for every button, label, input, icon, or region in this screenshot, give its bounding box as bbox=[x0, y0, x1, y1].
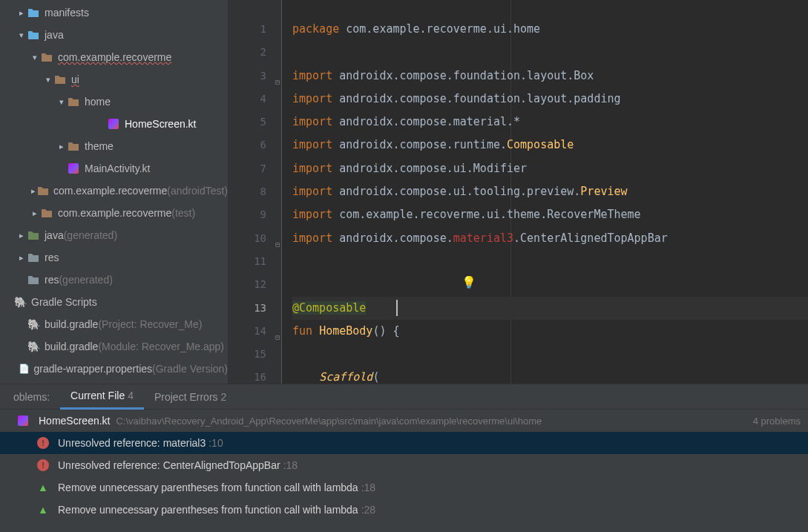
error-icon: ! bbox=[37, 459, 49, 471]
tree-item[interactable]: 🐘build.gradle (Project: Recover_Me) bbox=[0, 313, 228, 335]
problems-list: HomeScreen.kt C:\vaibhav\Recovery_Androi… bbox=[0, 410, 808, 532]
tree-item[interactable]: home bbox=[0, 91, 228, 113]
code-line[interactable] bbox=[292, 343, 808, 366]
tree-item[interactable]: com.example.recoverme (androidTest) bbox=[0, 180, 228, 202]
line-number[interactable]: 11 bbox=[229, 250, 281, 273]
tree-item[interactable]: res bbox=[0, 246, 228, 269]
expand-arrow-icon[interactable] bbox=[30, 208, 40, 218]
expand-arrow-icon[interactable] bbox=[56, 97, 67, 107]
tree-label: theme bbox=[85, 140, 114, 152]
problem-row[interactable]: ▲Remove unnecessary parentheses from fun… bbox=[0, 476, 808, 499]
code-editor[interactable]: 123⊟45678910⊟11121314⊟1516 package com.e… bbox=[229, 0, 808, 384]
expand-arrow-icon[interactable] bbox=[16, 253, 27, 263]
tree-item[interactable]: 🐘build.gradle (Module: Recover_Me.app) bbox=[0, 335, 228, 358]
folder-brown-icon bbox=[40, 50, 53, 64]
tree-item[interactable]: ui bbox=[0, 68, 228, 91]
tree-item[interactable]: res (generated) bbox=[0, 269, 228, 291]
folder-brown-icon bbox=[40, 206, 53, 220]
tab-current-file[interactable]: Current File 4 bbox=[60, 384, 144, 410]
code-body[interactable]: package com.example.recoverme.ui.homeimp… bbox=[282, 0, 808, 384]
folder-brown-icon bbox=[67, 95, 80, 108]
gradle-icon: 🐘 bbox=[27, 318, 40, 331]
tree-item[interactable]: java bbox=[0, 24, 228, 46]
error-icon: ! bbox=[37, 437, 49, 449]
code-line[interactable]: import androidx.compose.foundation.layou… bbox=[292, 88, 808, 111]
line-number[interactable]: 3⊟ bbox=[229, 65, 281, 88]
expand-arrow-icon[interactable] bbox=[30, 53, 40, 62]
gutter[interactable]: 123⊟45678910⊟11121314⊟1516 bbox=[229, 0, 282, 384]
problems-tabs: oblems: Current File 4 Project Errors 2 bbox=[0, 384, 808, 410]
problem-row[interactable]: !Unresolved reference: CenterAlignedTopA… bbox=[0, 454, 808, 476]
code-line[interactable]: import androidx.compose.material.* bbox=[292, 111, 808, 134]
tree-item[interactable]: theme bbox=[0, 135, 228, 157]
tree-label: java bbox=[45, 229, 64, 241]
tree-label: build.gradle bbox=[45, 318, 98, 330]
code-line[interactable]: import androidx.compose.runtime.Composab… bbox=[292, 134, 808, 157]
tab-project-errors[interactable]: Project Errors 2 bbox=[144, 384, 237, 410]
tree-item[interactable]: com.example.recoverme bbox=[0, 46, 228, 68]
code-line[interactable] bbox=[292, 250, 808, 273]
expand-arrow-icon[interactable] bbox=[16, 30, 27, 40]
kotlin-file-icon bbox=[16, 414, 30, 427]
tree-suffix: (androidTest) bbox=[167, 185, 228, 197]
expand-arrow-icon[interactable] bbox=[56, 142, 67, 151]
prop-icon: 📄 bbox=[19, 362, 30, 375]
code-line[interactable]: import androidx.compose.ui.tooling.previ… bbox=[292, 180, 808, 203]
code-line[interactable]: import com.example.recoverme.ui.theme.Re… bbox=[292, 203, 808, 226]
line-number[interactable]: 12 bbox=[229, 273, 281, 296]
tree-label: home bbox=[85, 96, 111, 108]
tree-item[interactable]: HomeScreen.kt bbox=[0, 113, 228, 135]
code-line[interactable]: import androidx.compose.ui.Modifier bbox=[292, 157, 808, 180]
gen-icon bbox=[27, 229, 40, 242]
tree-item[interactable]: MainActivity.kt bbox=[0, 157, 228, 180]
tree-item[interactable]: manifests bbox=[0, 1, 228, 24]
warning-icon: ▲ bbox=[37, 504, 49, 516]
problem-text: Unresolved reference: CenterAlignedTopAp… bbox=[58, 459, 280, 471]
gradle-icon: 🐘 bbox=[13, 295, 27, 309]
tree-suffix: (generated) bbox=[64, 229, 117, 241]
line-number[interactable]: 4 bbox=[229, 88, 281, 111]
code-line[interactable]: fun HomeBody() { bbox=[292, 320, 808, 343]
problems-panel: oblems: Current File 4 Project Errors 2 … bbox=[0, 384, 808, 532]
line-number[interactable]: 16 bbox=[229, 366, 281, 384]
problem-file-header[interactable]: HomeScreen.kt C:\vaibhav\Recovery_Androi… bbox=[0, 410, 808, 432]
project-tree[interactable]: manifestsjavacom.example.recovermeuihome… bbox=[0, 0, 229, 384]
tree-label: MainActivity.kt bbox=[85, 162, 150, 174]
expand-arrow-icon[interactable] bbox=[43, 75, 53, 85]
code-line[interactable]: 💡 bbox=[292, 273, 808, 296]
expand-arrow-icon[interactable] bbox=[16, 231, 27, 240]
tree-item[interactable]: com.example.recoverme (test) bbox=[0, 202, 228, 224]
code-line[interactable]: import androidx.compose.foundation.layou… bbox=[292, 65, 808, 88]
tree-item[interactable]: 📄gradle-wrapper.properties (Gradle Versi… bbox=[0, 358, 228, 380]
line-number[interactable]: 10⊟ bbox=[229, 227, 281, 250]
code-line[interactable]: Scaffold( bbox=[292, 366, 808, 384]
code-line[interactable]: package com.example.recoverme.ui.home bbox=[292, 18, 808, 41]
line-number[interactable]: 8 bbox=[229, 180, 281, 203]
problem-location: :18 bbox=[283, 459, 298, 471]
line-number[interactable]: 15 bbox=[229, 343, 281, 366]
intention-bulb-icon[interactable]: 💡 bbox=[462, 271, 476, 294]
problem-row[interactable]: ▲Remove unnecessary parentheses from fun… bbox=[0, 499, 808, 521]
tree-label: Gradle Scripts bbox=[31, 296, 97, 308]
file-path: C:\vaibhav\Recovery_Android_App\RecoverM… bbox=[116, 416, 542, 427]
line-number[interactable]: 6 bbox=[229, 134, 281, 157]
tree-suffix: (generated) bbox=[59, 274, 112, 286]
tab-count: 2 bbox=[221, 391, 227, 403]
tree-item[interactable]: java (generated) bbox=[0, 224, 228, 246]
code-line[interactable]: @Composable bbox=[292, 297, 808, 320]
line-number[interactable]: 14⊟ bbox=[229, 320, 281, 343]
line-number[interactable]: 7 bbox=[229, 157, 281, 180]
code-line[interactable] bbox=[292, 41, 808, 64]
line-number[interactable]: 1 bbox=[229, 18, 281, 41]
line-number[interactable]: 5 bbox=[229, 111, 281, 134]
tree-item[interactable]: 🐘Gradle Scripts bbox=[0, 291, 228, 313]
problem-location: :10 bbox=[208, 437, 223, 449]
expand-arrow-icon[interactable] bbox=[16, 8, 27, 18]
problem-row[interactable]: !Unresolved reference: material3:10 bbox=[0, 432, 808, 454]
line-number[interactable]: 13 bbox=[229, 297, 281, 320]
line-number[interactable]: 9 bbox=[229, 203, 281, 226]
expand-arrow-icon[interactable] bbox=[30, 186, 37, 196]
line-number[interactable]: 2 bbox=[229, 41, 281, 64]
tab-problems[interactable]: oblems: bbox=[3, 384, 60, 410]
code-line[interactable]: import androidx.compose.material3.Center… bbox=[292, 227, 808, 250]
